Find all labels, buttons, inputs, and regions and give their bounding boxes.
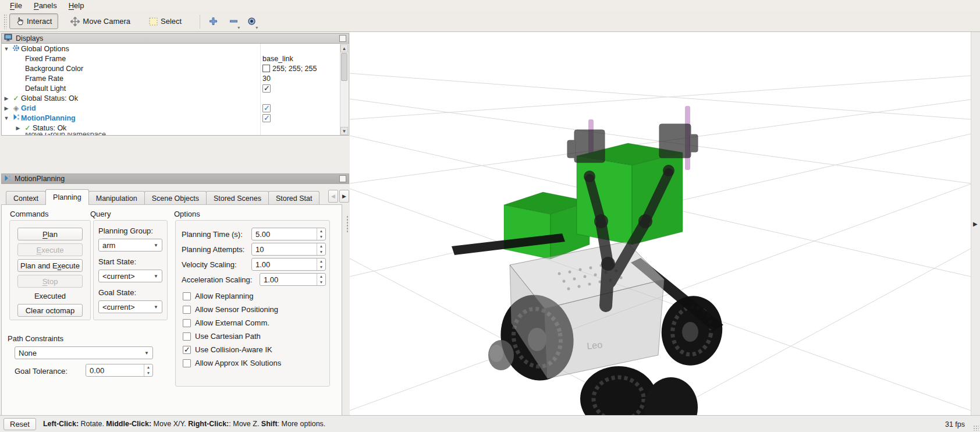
3d-viewport[interactable]: Leo	[350, 32, 971, 415]
displays-float-button[interactable]	[339, 35, 346, 42]
displays-panel-titlebar[interactable]: Displays	[1, 33, 349, 44]
resize-grip[interactable]	[973, 425, 979, 431]
expand-arrow-icon[interactable]: ▶	[2, 105, 11, 111]
spinner-arrows[interactable]: ▲▼	[317, 228, 325, 240]
focus-dropdown-arrow[interactable]: ▾	[255, 25, 258, 30]
expand-arrow-icon[interactable]: ▶	[13, 125, 23, 131]
selection-box-icon	[149, 17, 158, 26]
allow-sensor-positioning-label: Allow Sensor Positioning	[195, 305, 278, 314]
use-cartesian-path-checkbox[interactable]	[183, 332, 191, 341]
zoom-dropdown-arrow[interactable]: ▾	[237, 25, 240, 30]
spinner-arrows[interactable]: ▲▼	[317, 259, 325, 270]
frame-rate-value[interactable]: 30	[262, 75, 271, 83]
plan-and-execute-button[interactable]: Plan and Execute	[17, 259, 83, 272]
allow-sensor-positioning-checkbox[interactable]	[183, 306, 191, 314]
fixed-frame-value[interactable]: base_link	[262, 55, 293, 63]
scrollbar-thumb[interactable]	[341, 53, 347, 81]
spinner-arrows[interactable]: ▲▼	[317, 243, 325, 255]
menu-help[interactable]: Help	[63, 1, 90, 10]
expand-arrow-icon[interactable]: ▶	[2, 95, 11, 101]
tree-label: Status: Ok	[33, 124, 66, 132]
execute-button[interactable]: Execute	[17, 243, 83, 256]
tree-row-background-color[interactable]: Background Color 255; 255; 255	[2, 63, 349, 73]
motionplanning-panel-titlebar[interactable]: MotionPlanning	[1, 173, 349, 184]
motionplanning-icon	[4, 175, 11, 183]
grid-enabled-checkbox[interactable]	[262, 104, 271, 112]
tab-stored-scenes[interactable]: Stored Scenes	[206, 191, 269, 205]
move-camera-tool-button[interactable]: Move Camera	[64, 13, 137, 30]
allow-approx-ik-checkbox[interactable]	[183, 359, 191, 367]
spinner-arrows[interactable]: ▲▼	[317, 274, 325, 285]
tree-row-mp-status[interactable]: ▶ ✓ Status: Ok	[2, 123, 349, 133]
panel-viewport-splitter[interactable]	[346, 215, 349, 233]
motionplanning-panel-title: MotionPlanning	[15, 175, 65, 183]
eye-icon	[247, 17, 256, 26]
plan-button[interactable]: Plan	[17, 228, 83, 240]
tree-row-frame-rate[interactable]: Frame Rate 30	[2, 73, 349, 83]
reset-button[interactable]: Reset	[3, 418, 36, 430]
tab-context[interactable]: Context	[6, 191, 46, 205]
tree-row-fixed-frame[interactable]: Fixed Frame base_link	[2, 54, 349, 63]
tree-scrollbar[interactable]: ▲ ▼	[340, 44, 348, 135]
tree-row-grid[interactable]: ▶ ◈ Grid	[2, 103, 349, 113]
collapse-arrow-icon[interactable]: ▼	[2, 46, 11, 52]
path-constraints-combo[interactable]: None▼	[15, 346, 153, 359]
background-color-value[interactable]: 255; 255; 255	[272, 65, 317, 73]
tab-stored-states[interactable]: Stored Stat	[268, 191, 320, 205]
color-swatch[interactable]	[262, 65, 270, 72]
tree-row-motionplanning[interactable]: ▼ MotionPlanning	[2, 113, 349, 123]
acceleration-scaling-label: Acceleration Scaling:	[182, 275, 260, 284]
menu-file[interactable]: File	[5, 1, 27, 10]
use-collision-aware-ik-checkbox[interactable]	[183, 346, 191, 354]
velocity-scaling-input[interactable]: 1.00 ▲▼	[251, 258, 326, 271]
planning-attempts-input[interactable]: 10 ▲▼	[251, 243, 326, 256]
motionplanning-float-button[interactable]	[339, 175, 346, 182]
zoom-in-tool-button[interactable]	[206, 13, 221, 29]
tree-row-global-options[interactable]: ▼ Global Options	[2, 44, 349, 54]
displays-tree[interactable]: ▼ Global Options Fixed Frame base_link B…	[1, 44, 349, 136]
select-tool-button[interactable]: Select	[143, 13, 188, 29]
goal-state-combo[interactable]: <current>▼	[98, 300, 162, 313]
toolbar-drag-handle[interactable]	[3, 14, 7, 29]
render-scene: Leo	[350, 32, 971, 415]
planning-time-input[interactable]: 5.00 ▲▼	[251, 228, 326, 240]
tree-row-default-light[interactable]: Default Light	[2, 83, 349, 93]
tree-label: Global Status: Ok	[21, 94, 78, 102]
tab-manipulation[interactable]: Manipulation	[88, 191, 145, 205]
fps-counter: 31 fps	[945, 420, 965, 429]
toolbar-separator	[200, 15, 200, 29]
acceleration-scaling-input[interactable]: 1.00 ▲▼	[260, 273, 326, 286]
menu-panels[interactable]: Panels	[29, 1, 62, 10]
tab-scroll-left-icon[interactable]: ◀	[328, 190, 338, 203]
path-constraints-heading: Path Constraints	[8, 334, 63, 343]
interact-tool-button[interactable]: Interact	[9, 13, 58, 29]
allow-replanning-checkbox[interactable]	[183, 292, 191, 300]
spinner-arrows[interactable]: ▲▼	[144, 364, 152, 376]
tab-scroll-right-icon[interactable]: ▶	[339, 190, 349, 203]
planning-group-combo[interactable]: arm▼	[98, 239, 162, 252]
default-light-checkbox[interactable]	[262, 84, 271, 93]
tab-planning[interactable]: Planning	[45, 189, 89, 205]
commands-groupbox: Plan Execute Plan and Execute Stop Execu…	[9, 220, 91, 320]
tree-row-clipped[interactable]: Move Group Namespace	[2, 133, 349, 136]
planning-group-label: Planning Group:	[98, 226, 162, 235]
dock-expand-right-icon[interactable]: ▶	[973, 221, 978, 227]
allow-external-comm-checkbox[interactable]	[183, 319, 191, 327]
start-state-combo[interactable]: <current>▼	[98, 270, 162, 282]
menu-bar: File Panels Help	[0, 0, 980, 11]
motionplanning-enabled-checkbox[interactable]	[262, 114, 271, 122]
commands-heading: Commands	[10, 210, 48, 218]
tree-row-global-status[interactable]: ▶ ✓ Global Status: Ok	[2, 93, 349, 103]
clear-octomap-button[interactable]: Clear octomap	[17, 304, 83, 317]
scroll-down-icon[interactable]: ▼	[340, 127, 348, 135]
gear-icon	[11, 44, 21, 54]
chevron-down-icon: ▼	[154, 243, 158, 248]
tree-label: Fixed Frame	[11, 55, 66, 63]
goal-tolerance-input[interactable]: 0.00 ▲▼	[86, 364, 153, 377]
tab-scene-objects[interactable]: Scene Objects	[144, 191, 207, 205]
stop-button[interactable]: Stop	[17, 275, 83, 288]
displays-panel-title: Displays	[16, 34, 43, 43]
scroll-up-icon[interactable]: ▲	[340, 44, 348, 52]
collapse-arrow-icon[interactable]: ▼	[2, 115, 11, 121]
tree-label: MotionPlanning	[21, 114, 76, 122]
